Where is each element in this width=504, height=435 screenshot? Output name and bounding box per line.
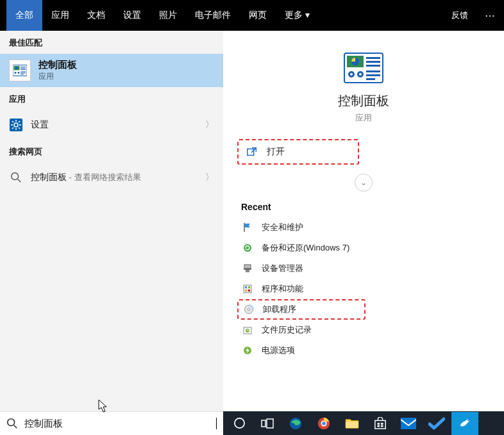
svg-rect-55 — [262, 420, 265, 427]
best-match-title: 控制面板 — [38, 59, 77, 71]
svg-point-48 — [248, 308, 250, 311]
svg-point-52 — [8, 419, 15, 426]
taskbar-chrome[interactable] — [310, 412, 337, 435]
search-input[interactable] — [24, 418, 216, 429]
preview-pane: 控制面板 应用 打开 ⌄ Recent 安全和维护备份和还原(Windows 7… — [223, 31, 504, 411]
open-button[interactable]: 打开 — [237, 139, 359, 165]
chevron-down-icon: ⌄ — [360, 178, 367, 187]
svg-rect-35 — [366, 78, 375, 80]
svg-rect-34 — [366, 74, 380, 76]
chevron-right-icon: 〉 — [205, 172, 214, 183]
more-options-button[interactable]: ⋯ — [476, 0, 504, 31]
control-panel-icon-large — [344, 53, 383, 83]
svg-point-60 — [322, 422, 326, 425]
svg-rect-67 — [401, 418, 416, 429]
flag-icon — [241, 221, 254, 234]
app-row-label: 设置 — [31, 119, 205, 131]
svg-rect-26 — [366, 57, 380, 59]
cd-icon — [242, 303, 255, 316]
taskbar-edge[interactable] — [282, 412, 309, 435]
svg-rect-4 — [21, 68, 26, 69]
recent-item-label: 文件历史记录 — [262, 324, 312, 336]
recent-item[interactable]: 程序和功能 — [237, 279, 504, 299]
taskbar-explorer[interactable] — [339, 412, 365, 435]
svg-rect-40 — [246, 270, 249, 272]
recent-item[interactable]: 设备管理器 — [237, 258, 504, 279]
taskbar-todo[interactable] — [423, 412, 450, 435]
recent-item-label: 安全和维护 — [262, 222, 303, 233]
svg-rect-39 — [244, 265, 251, 268]
search-bar[interactable] — [0, 411, 223, 435]
taskbar-app-bird[interactable] — [451, 412, 478, 435]
svg-rect-10 — [21, 74, 24, 75]
open-icon — [246, 146, 258, 158]
settings-icon — [9, 118, 23, 132]
web-row[interactable]: 控制面板 - 查看网络搜索结果 〉 — [0, 163, 223, 192]
recent-item[interactable]: 备份和还原(Windows 7) — [237, 238, 504, 258]
taskbar-taskview[interactable] — [254, 412, 281, 435]
expand-button[interactable]: ⌄ — [355, 174, 373, 192]
svg-rect-64 — [381, 423, 383, 425]
recent-header: Recent — [223, 192, 504, 217]
taskbar-cortana[interactable] — [226, 412, 253, 435]
recent-item[interactable]: 卸载程序 — [237, 299, 365, 320]
power-icon — [241, 344, 254, 357]
chevron-right-icon: 〉 — [205, 119, 214, 131]
taskbar — [223, 411, 504, 435]
filehistory-icon — [241, 324, 254, 336]
svg-line-53 — [14, 425, 17, 429]
preview-title: 控制面板 — [223, 92, 504, 110]
control-panel-icon — [9, 60, 31, 81]
search-icon — [9, 170, 23, 185]
svg-rect-42 — [244, 285, 251, 293]
taskbar-store[interactable] — [367, 412, 394, 435]
device-icon — [241, 262, 254, 275]
top-tabs-bar: 全部 应用 文档 设置 照片 电子邮件 网页 更多 ▾ 反馈 ⋯ — [0, 0, 504, 31]
app-row-settings[interactable]: 设置 〉 — [0, 110, 223, 140]
recent-item-label: 电源选项 — [262, 345, 295, 356]
text-caret — [216, 418, 217, 429]
best-match-row[interactable]: 控制面板 应用 — [0, 54, 223, 87]
svg-point-2 — [15, 67, 18, 69]
section-apps: 应用 — [0, 87, 223, 110]
svg-rect-41 — [244, 268, 251, 270]
tab-photos[interactable]: 照片 — [150, 0, 186, 31]
tab-email[interactable]: 电子邮件 — [186, 0, 240, 31]
recent-item-label: 程序和功能 — [262, 283, 303, 295]
tab-all[interactable]: 全部 — [6, 0, 42, 31]
recent-item[interactable]: 文件历史记录 — [237, 320, 504, 340]
programs-icon — [241, 283, 254, 295]
web-row-label: 控制面板 - 查看网络搜索结果 — [31, 172, 205, 183]
tab-documents[interactable]: 文档 — [78, 0, 114, 31]
tab-more[interactable]: 更多 ▾ — [276, 0, 319, 31]
svg-rect-63 — [377, 423, 380, 425]
svg-rect-66 — [381, 425, 383, 427]
svg-rect-5 — [21, 69, 26, 70]
svg-rect-43 — [245, 286, 247, 288]
svg-rect-36 — [248, 149, 254, 156]
recent-item[interactable]: 安全和维护 — [237, 217, 504, 238]
taskbar-mail[interactable] — [395, 412, 422, 435]
recent-item-label: 卸载程序 — [263, 304, 296, 315]
svg-rect-65 — [377, 425, 380, 427]
section-web: 搜索网页 — [0, 140, 223, 163]
svg-rect-8 — [21, 72, 26, 72]
svg-point-38 — [244, 244, 251, 252]
svg-rect-56 — [267, 419, 273, 428]
recent-item-label: 设备管理器 — [262, 263, 303, 274]
search-icon — [6, 418, 18, 429]
feedback-link[interactable]: 反馈 — [444, 0, 476, 31]
svg-point-7 — [18, 72, 20, 74]
recent-item[interactable]: 电源选项 — [237, 340, 504, 361]
open-label: 打开 — [267, 146, 285, 158]
svg-rect-28 — [366, 65, 380, 67]
svg-line-22 — [18, 179, 21, 183]
svg-rect-61 — [346, 422, 358, 428]
tab-settings[interactable]: 设置 — [114, 0, 150, 31]
svg-point-54 — [234, 418, 244, 428]
svg-rect-9 — [21, 73, 26, 74]
svg-rect-45 — [245, 290, 247, 291]
tab-apps[interactable]: 应用 — [42, 0, 78, 31]
svg-point-6 — [15, 72, 17, 74]
tab-web[interactable]: 网页 — [240, 0, 276, 31]
